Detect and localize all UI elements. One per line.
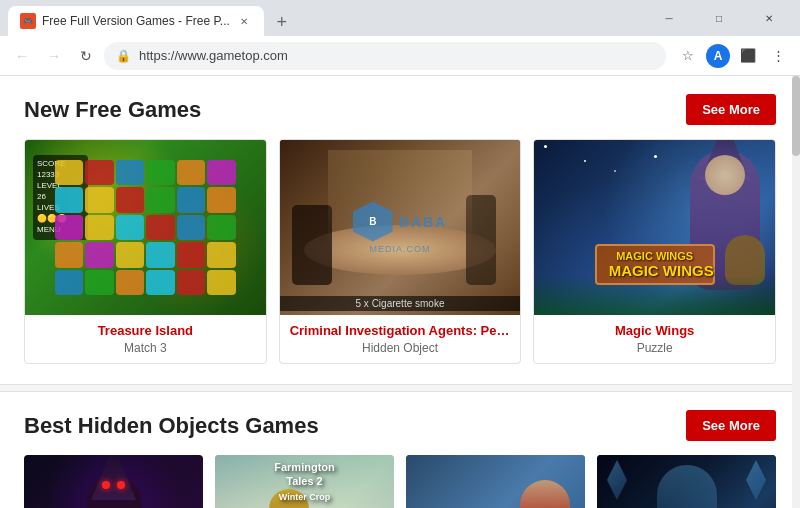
magic-wings-sign: MAGIC WINGS xyxy=(595,244,715,285)
letters-thumbnail: LettersFromNowhere 2 xyxy=(24,455,203,508)
farmington-thumbnail: FarmingtonTales 2Winter Crop xyxy=(215,455,394,508)
home-makeover-card[interactable]: HOMEMAKEOVER HIDDEN OBJECT Home Makeover… xyxy=(406,455,585,508)
magic-wings-thumbnail: MAGIC WINGS xyxy=(534,140,775,315)
close-button[interactable]: ✕ xyxy=(746,3,792,33)
address-bar[interactable]: 🔒 https://www.gametop.com xyxy=(104,42,666,70)
criminal-investigation-info: Criminal Investigation Agents: Petrodoll… xyxy=(280,315,521,363)
magic-wings-info: Magic Wings Puzzle xyxy=(534,315,775,363)
best-hidden-objects-header: Best Hidden Objects Games See More xyxy=(0,392,800,455)
extensions-button[interactable]: ⬛ xyxy=(734,42,762,70)
reload-button[interactable]: ↻ xyxy=(72,42,100,70)
farmington-tales-card[interactable]: FarmingtonTales 2Winter Crop Farmington … xyxy=(215,455,394,508)
profile-avatar: A xyxy=(706,44,730,68)
criminal-investigation-genre: Hidden Object xyxy=(290,341,511,355)
tab-area: 🎮 Free Full Version Games - Free P... ✕ … xyxy=(8,0,646,36)
new-free-games-title: New Free Games xyxy=(24,97,201,123)
criminal-investigation-thumbnail: 5 x Cigarette smoke B BABA MEDIA.COM xyxy=(280,140,521,315)
treasure-island-card[interactable]: SCORE 12333 LEVEL 26 LIVES 🟡🟡🟡 MENU xyxy=(24,139,267,364)
magic-wings-genre: Puzzle xyxy=(544,341,765,355)
treasure-island-thumbnail: SCORE 12333 LEVEL 26 LIVES 🟡🟡🟡 MENU xyxy=(25,140,266,315)
title-bar: 🎮 Free Full Version Games - Free P... ✕ … xyxy=(0,0,800,36)
magic-wings-name: Magic Wings xyxy=(544,323,765,338)
best-hidden-objects-grid: LettersFromNowhere 2 Letters from Nowher… xyxy=(0,455,800,508)
maximize-button[interactable]: □ xyxy=(696,3,742,33)
profile-button[interactable]: A xyxy=(704,42,732,70)
browser-frame: 🎮 Free Full Version Games - Free P... ✕ … xyxy=(0,0,800,76)
living-legends-card[interactable]: Living LegendsFrozen BeautyCOLLECTOR'S E… xyxy=(597,455,776,508)
tab-favicon: 🎮 xyxy=(20,13,36,29)
letters-from-nowhere-card[interactable]: LettersFromNowhere 2 Letters from Nowher… xyxy=(24,455,203,508)
criminal-overlay-label: 5 x Cigarette smoke xyxy=(280,296,521,311)
criminal-investigation-name: Criminal Investigation Agents: Petrodoll… xyxy=(290,323,511,338)
tab-close-button[interactable]: ✕ xyxy=(236,13,252,29)
scrollbar-thumb[interactable] xyxy=(792,76,800,156)
scrollbar[interactable] xyxy=(792,76,800,508)
section-divider xyxy=(0,384,800,392)
new-free-games-header: New Free Games See More xyxy=(0,76,800,139)
page-content: New Free Games See More SCORE 12333 LEVE… xyxy=(0,76,800,508)
criminal-investigation-card[interactable]: 5 x Cigarette smoke B BABA MEDIA.COM Cri… xyxy=(279,139,522,364)
back-button[interactable]: ← xyxy=(8,42,36,70)
bookmark-star-button[interactable]: ☆ xyxy=(674,42,702,70)
window-controls: ─ □ ✕ xyxy=(646,3,792,33)
new-tab-button[interactable]: + xyxy=(268,8,296,36)
new-games-see-more-button[interactable]: See More xyxy=(686,94,776,125)
hidden-objects-see-more-button[interactable]: See More xyxy=(686,410,776,441)
active-tab[interactable]: 🎮 Free Full Version Games - Free P... ✕ xyxy=(8,6,264,36)
magic-wings-card[interactable]: MAGIC WINGS Magic Wings Puzzle xyxy=(533,139,776,364)
new-free-games-grid: SCORE 12333 LEVEL 26 LIVES 🟡🟡🟡 MENU xyxy=(0,139,800,384)
url-text: https://www.gametop.com xyxy=(139,48,654,63)
navigation-bar: ← → ↻ 🔒 https://www.gametop.com ☆ A ⬛ ⋮ xyxy=(0,36,800,76)
treasure-island-genre: Match 3 xyxy=(35,341,256,355)
nav-icons-group: ☆ A ⬛ ⋮ xyxy=(674,42,792,70)
security-lock-icon: 🔒 xyxy=(116,49,131,63)
living-thumbnail: Living LegendsFrozen BeautyCOLLECTOR'S E… xyxy=(597,455,776,508)
tab-title: Free Full Version Games - Free P... xyxy=(42,14,230,28)
best-hidden-objects-title: Best Hidden Objects Games xyxy=(24,413,319,439)
treasure-island-info: Treasure Island Match 3 xyxy=(25,315,266,363)
match3-grid xyxy=(55,160,236,295)
menu-button[interactable]: ⋮ xyxy=(764,42,792,70)
minimize-button[interactable]: ─ xyxy=(646,3,692,33)
home-thumbnail: HOMEMAKEOVER HIDDEN OBJECT xyxy=(406,455,585,508)
forward-button[interactable]: → xyxy=(40,42,68,70)
treasure-island-name: Treasure Island xyxy=(35,323,256,338)
